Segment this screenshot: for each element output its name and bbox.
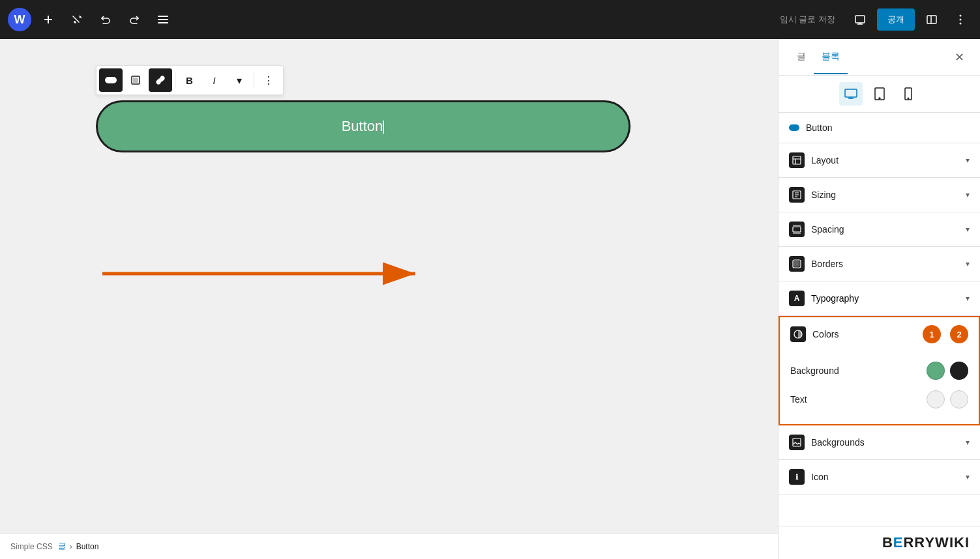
sidebar-close-button[interactable]: ✕ [949, 47, 970, 68]
document-overview-button[interactable] [151, 8, 175, 31]
bold-button[interactable]: B [178, 68, 201, 92]
colors-body: Background Text [780, 351, 979, 424]
svg-rect-20 [789, 124, 799, 131]
text-swatch-1[interactable] [927, 390, 945, 408]
icon-chevron: ▾ [966, 472, 970, 481]
preview-button[interactable] [848, 8, 872, 31]
device-tab-tablet[interactable] [868, 82, 891, 106]
svg-rect-1 [44, 19, 52, 20]
background-swatches [927, 362, 968, 380]
device-tab-desktop[interactable] [839, 82, 863, 106]
typography-label: Typography [811, 293, 966, 304]
editor-area: B I ▾ ⋮ Button [0, 39, 778, 559]
colors-header[interactable]: Colors 1 2 [780, 317, 979, 351]
undo-button[interactable] [94, 8, 117, 31]
block-options-button[interactable]: ⋮ [257, 68, 280, 92]
text-swatches [927, 390, 968, 408]
sizing-label: Sizing [811, 190, 836, 200]
text-swatch-2[interactable] [950, 390, 968, 408]
backgrounds-icon [789, 435, 805, 450]
block-label-row: Button [779, 113, 980, 143]
typography-chevron: ▾ [966, 294, 970, 303]
more-rich-text-button[interactable]: ▾ [228, 68, 251, 92]
top-toolbar: W 임시 글로 저장 공개 [0, 0, 980, 39]
text-color-label: Text [790, 394, 807, 405]
svg-rect-2 [158, 16, 168, 17]
svg-rect-15 [845, 89, 857, 97]
editor-inner: B I ▾ ⋮ Button [96, 65, 683, 152]
simple-css-label: Simple CSS [10, 542, 53, 551]
sizing-chevron: ▾ [966, 190, 970, 199]
spacing-icon [789, 222, 805, 237]
background-swatch-black[interactable] [950, 362, 968, 380]
right-sidebar: 글 블록 ✕ Button [778, 39, 980, 559]
more-tools-button[interactable] [949, 8, 972, 31]
section-sizing[interactable]: Sizing ▾ [779, 178, 980, 212]
text-color-row: Text [790, 385, 968, 414]
sidebar-content: Button Layout ▾ Sizing [779, 113, 980, 526]
toolbar-separator-2 [254, 72, 254, 88]
borders-label: Borders [811, 259, 843, 269]
text-cursor [383, 121, 384, 134]
settings-toggle-button[interactable] [920, 8, 943, 31]
section-borders[interactable]: Borders ▾ [779, 247, 980, 281]
main-content: B I ▾ ⋮ Button [0, 39, 980, 559]
breadcrumb-current[interactable]: Button [76, 542, 99, 551]
tab-block[interactable]: 블록 [814, 40, 848, 74]
svg-rect-4 [158, 22, 168, 23]
borders-icon [789, 256, 805, 272]
section-backgrounds[interactable]: Backgrounds ▾ [779, 425, 980, 460]
svg-rect-23 [793, 227, 801, 232]
button-text-content: Button [342, 118, 383, 134]
editor-canvas: B I ▾ ⋮ Button [0, 39, 778, 533]
drag-handle-button[interactable] [124, 68, 147, 92]
svg-rect-21 [793, 156, 801, 164]
background-label: Background [790, 366, 839, 376]
berrywiki-watermark: BERRYWIKI [779, 526, 980, 559]
sizing-icon [789, 187, 805, 203]
colors-section: Colors 1 2 Background Text [779, 316, 980, 425]
svg-rect-5 [855, 16, 865, 23]
colors-badge-1: 1 [923, 325, 941, 343]
svg-rect-3 [158, 19, 168, 20]
block-label-icon [789, 122, 799, 134]
backgrounds-chevron: ▾ [966, 438, 970, 447]
colors-badge-2: 2 [950, 325, 968, 343]
breadcrumb: 글 › Button [58, 541, 99, 552]
section-icon[interactable]: ℹ Icon ▾ [779, 460, 980, 494]
button-block[interactable]: Button [96, 100, 631, 152]
section-spacing[interactable]: Spacing ▾ [779, 212, 980, 247]
icon-section-icon: ℹ [789, 469, 805, 485]
colors-icon [790, 326, 806, 342]
svg-rect-27 [793, 438, 801, 446]
section-layout[interactable]: Layout ▾ [779, 143, 980, 178]
bottom-bar: Simple CSS 글 › Button [0, 533, 778, 559]
spacing-chevron: ▾ [966, 225, 970, 234]
link-button[interactable] [149, 68, 172, 92]
publish-button[interactable]: 공개 [877, 8, 915, 31]
breadcrumb-root[interactable]: 글 [58, 541, 66, 552]
breadcrumb-separator: › [70, 542, 72, 551]
arrow-annotation [96, 254, 435, 293]
wp-logo[interactable]: W [8, 8, 31, 31]
redo-button[interactable] [123, 8, 146, 31]
tools-button[interactable] [65, 8, 89, 31]
borders-chevron: ▾ [966, 259, 970, 268]
layout-label: Layout [811, 155, 839, 165]
block-toolbar: B I ▾ ⋮ [96, 65, 284, 95]
device-tab-mobile[interactable] [897, 82, 920, 106]
add-block-button[interactable] [37, 8, 60, 31]
transform-block-button[interactable] [99, 68, 123, 92]
svg-point-7 [960, 15, 962, 17]
save-draft-button[interactable]: 임시 글로 저장 [780, 14, 835, 25]
icon-label: Icon [811, 472, 828, 482]
section-typography[interactable]: A Typography ▾ [779, 281, 980, 316]
backgrounds-label: Backgrounds [811, 437, 865, 448]
toolbar-separator-1 [175, 72, 175, 88]
tab-post[interactable]: 글 [789, 40, 814, 74]
italic-button[interactable]: I [203, 68, 226, 92]
layout-chevron: ▾ [966, 156, 970, 165]
background-swatch-green[interactable] [927, 362, 945, 380]
svg-rect-25 [794, 261, 799, 266]
svg-point-17 [879, 98, 880, 99]
